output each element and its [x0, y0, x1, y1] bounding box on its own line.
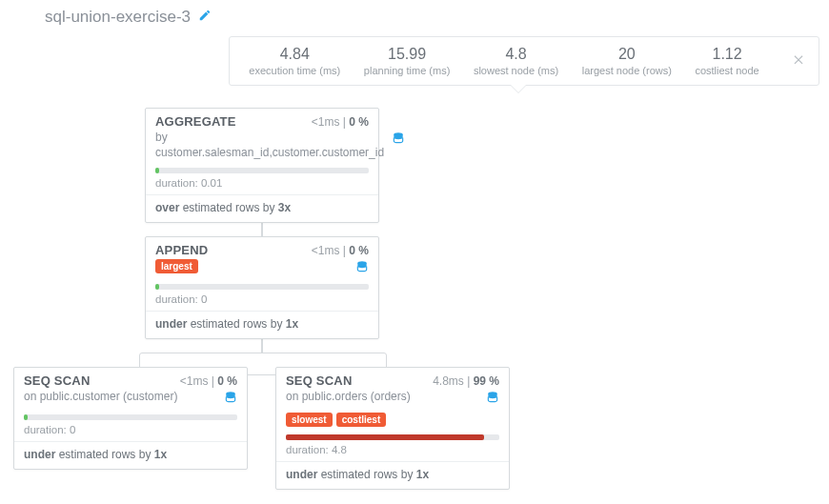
duration-label: duration: 0 [14, 422, 247, 441]
node-type: SEQ SCAN [24, 373, 91, 388]
plan-node-aggregate[interactable]: AGGREGATE <1ms | 0 % by customer.salesma… [145, 108, 379, 223]
node-type: SEQ SCAN [286, 373, 353, 388]
plan-node-seqscan-customer[interactable]: SEQ SCAN <1ms | 0 % on public.customer (… [13, 367, 248, 470]
node-type: AGGREGATE [155, 114, 236, 129]
duration-label: duration: 0 [146, 292, 378, 311]
node-metrics: <1ms | 0 % [312, 244, 369, 257]
node-header: AGGREGATE <1ms | 0 % [146, 109, 378, 131]
node-metrics: <1ms | 0 % [312, 115, 369, 129]
duration-label: duration: 4.8 [276, 442, 509, 461]
plan-node-append[interactable]: APPEND <1ms | 0 % largest duration: 0 un… [145, 236, 379, 339]
badge-costliest: costliest [336, 413, 387, 427]
duration-label: duration: 0.01 [146, 175, 378, 194]
estimation-label: under estimated rows by 1x [14, 442, 247, 469]
node-header: APPEND <1ms | 0 % [146, 237, 378, 259]
stats-pointer-icon [510, 85, 527, 93]
stat-slowest-node: 4.8 slowest node (ms) [474, 45, 558, 76]
estimation-label: under estimated rows by 1x [276, 462, 509, 489]
database-icon [486, 391, 499, 407]
node-badges: slowest costliest [276, 413, 509, 433]
duration-bar [155, 168, 369, 173]
duration-bar [286, 434, 499, 440]
node-subtitle: by customer.salesman_id,customer.custome… [146, 131, 378, 166]
database-icon [355, 260, 369, 276]
stats-bar: 4.84 execution time (ms) 15.99 planning … [229, 36, 819, 86]
node-header: SEQ SCAN <1ms | 0 % [14, 368, 247, 390]
stat-planning-time: 15.99 planning time (ms) [364, 45, 450, 76]
page-title: sql-union-exercise-3 [45, 8, 191, 27]
page-title-row: sql-union-exercise-3 [45, 8, 212, 27]
node-subtitle: on public.customer (customer) [14, 390, 247, 413]
duration-bar [24, 414, 237, 420]
node-header: SEQ SCAN 4.8ms | 99 % [276, 368, 509, 390]
stat-largest-node: 20 largest node (rows) [582, 45, 672, 76]
estimation-label: over estimated rows by 3x [146, 195, 378, 222]
estimation-label: under estimated rows by 1x [146, 312, 378, 338]
close-icon[interactable] [792, 52, 805, 70]
node-type: APPEND [155, 243, 208, 257]
duration-bar [155, 284, 369, 290]
edit-icon[interactable] [198, 8, 212, 27]
stat-costliest-node: 1.12 costliest node [695, 45, 758, 76]
plan-node-seqscan-orders[interactable]: SEQ SCAN 4.8ms | 99 % on public.orders (… [275, 367, 510, 490]
badge-slowest: slowest [286, 413, 333, 427]
database-icon [392, 131, 405, 148]
node-metrics: <1ms | 0 % [180, 374, 237, 388]
stat-execution-time: 4.84 execution time (ms) [249, 45, 340, 76]
node-metrics: 4.8ms | 99 % [433, 374, 499, 388]
node-subtitle: on public.orders (orders) [276, 390, 509, 413]
node-subtitle: largest [146, 259, 378, 282]
badge-largest: largest [155, 259, 198, 273]
database-icon [224, 391, 237, 407]
